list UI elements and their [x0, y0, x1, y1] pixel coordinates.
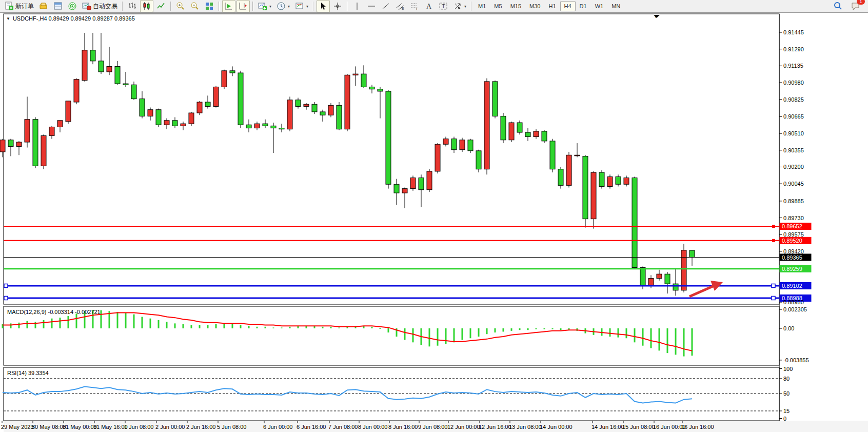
symbol-dropdown-icon[interactable]: ▼ — [6, 16, 10, 21]
timeframe-m1-button[interactable]: M1 — [474, 1, 490, 11]
macd-bar — [445, 328, 447, 344]
channel-button[interactable]: E — [393, 0, 407, 12]
timeframe-h1-button[interactable]: H1 — [544, 1, 560, 11]
hline-handle[interactable] — [4, 296, 8, 300]
trendline-icon — [381, 2, 390, 11]
candle-body — [509, 123, 514, 140]
macd-bar — [462, 328, 463, 340]
new-order-button[interactable]: 新订单 — [3, 0, 36, 12]
template-button[interactable]: ▾ — [293, 0, 310, 12]
bar-chart-button[interactable] — [126, 0, 139, 12]
macd-bar — [10, 323, 12, 328]
macd-bar — [125, 313, 127, 328]
candle-body — [312, 104, 317, 112]
zoom-out-button[interactable] — [188, 0, 202, 12]
dropdown-caret-icon[interactable]: ▾ — [288, 4, 290, 9]
timeframe-m15-button[interactable]: M15 — [506, 1, 525, 11]
autotrade-button[interactable]: 自动交易 — [80, 0, 120, 12]
crosshair-button[interactable] — [331, 0, 344, 12]
chart-shift-button[interactable] — [236, 0, 250, 12]
candlestick-button[interactable] — [140, 0, 153, 12]
indicators-button[interactable]: ▾ — [256, 0, 273, 12]
macd-bar — [330, 327, 332, 328]
dropdown-caret-icon[interactable]: ▾ — [306, 4, 308, 9]
radar-button[interactable] — [66, 0, 79, 12]
symbol-info-row[interactable]: ▼ USDCHF-,H4 0.89429 0.89429 0.89287 0.8… — [6, 15, 135, 22]
candle-body — [624, 178, 629, 185]
candle-body — [476, 151, 481, 169]
timeframe-m30-button[interactable]: M30 — [525, 1, 544, 11]
data-window-button[interactable] — [51, 0, 65, 12]
candle-body — [25, 120, 30, 142]
gold-cube-icon — [39, 2, 48, 11]
price-tick-label: 0.89420 — [783, 248, 804, 254]
time-tick-label: 8 Jun 16:00 — [388, 424, 418, 430]
radar-icon — [68, 2, 77, 11]
hline-handle[interactable] — [772, 296, 775, 300]
macd-bar — [18, 323, 20, 328]
price-tick-label: 0.91445 — [783, 29, 804, 35]
autoscroll-button[interactable] — [222, 0, 235, 12]
arrows-button[interactable]: ▾ — [451, 0, 468, 12]
macd-bar — [215, 324, 217, 328]
hline-icon — [367, 2, 376, 11]
fibonacci-button[interactable]: F — [408, 0, 421, 12]
trendline-button[interactable] — [379, 0, 392, 12]
text-button[interactable]: A — [422, 0, 436, 12]
svg-text:T: T — [442, 3, 445, 9]
chart-shift-icon — [239, 2, 248, 11]
hline-handle[interactable] — [772, 239, 775, 242]
macd-bar — [527, 328, 529, 330]
hline-handle[interactable] — [772, 284, 775, 287]
macd-bar — [675, 328, 677, 355]
macd-bar — [265, 327, 266, 328]
toolbar-separator — [471, 2, 472, 11]
timeframe-d1-button[interactable]: D1 — [576, 1, 591, 11]
candle-body — [246, 125, 251, 128]
dropdown-caret-icon[interactable]: ▾ — [464, 4, 466, 9]
price-tag-label: 0.89520 — [782, 238, 802, 244]
gold-cube-button[interactable] — [37, 0, 50, 12]
autoscroll-icon — [224, 2, 233, 11]
timeframe-h4-button[interactable]: H4 — [560, 1, 576, 11]
cursor-icon — [319, 2, 328, 11]
line-chart-button[interactable] — [154, 0, 168, 12]
zoom-in-button[interactable] — [174, 0, 187, 12]
macd-bar — [142, 317, 143, 328]
candle-body — [345, 75, 350, 129]
candle-body — [328, 105, 333, 115]
macd-bar — [273, 327, 274, 328]
vline-button[interactable] — [350, 0, 364, 12]
hline-button[interactable] — [365, 0, 378, 12]
candle-body — [591, 172, 596, 219]
time-tick-label: 6 Jun 00:00 — [263, 424, 293, 430]
macd-bar — [101, 310, 102, 328]
timeframe-m5-button[interactable]: M5 — [490, 1, 506, 11]
time-tick-label: 7 Jun 08:00 — [328, 424, 358, 430]
periods-button[interactable]: ▾ — [274, 0, 292, 12]
candle-body — [534, 131, 539, 137]
rsi-tick-label: 0 — [783, 416, 786, 422]
cursor-button[interactable] — [317, 0, 330, 12]
crosshair-icon — [333, 2, 342, 11]
rsi-tick-label: 50 — [783, 390, 790, 397]
macd-bar — [692, 328, 693, 356]
tile-windows-button[interactable] — [203, 0, 216, 12]
indicators-icon — [258, 2, 267, 11]
panel-collapse-icon[interactable]: ▼ — [654, 14, 658, 19]
notifications-button[interactable]: 1 — [849, 0, 862, 12]
macd-bar — [289, 327, 291, 328]
text-label-button[interactable]: T — [437, 0, 450, 12]
candle-body — [49, 127, 54, 135]
hline-handle[interactable] — [4, 284, 8, 287]
line-chart-icon — [156, 2, 166, 11]
dropdown-caret-icon[interactable]: ▾ — [269, 4, 271, 9]
channel-icon: E — [396, 2, 405, 11]
macd-bar — [404, 328, 406, 340]
hline-handle[interactable] — [772, 225, 775, 228]
search-button[interactable] — [832, 0, 845, 12]
time-tick-label: 30 May 08:00 — [32, 424, 66, 430]
timeframe-w1-button[interactable]: W1 — [591, 1, 608, 11]
timeframe-mn-button[interactable]: MN — [607, 1, 624, 11]
autotrade-label: 自动交易 — [93, 2, 117, 11]
